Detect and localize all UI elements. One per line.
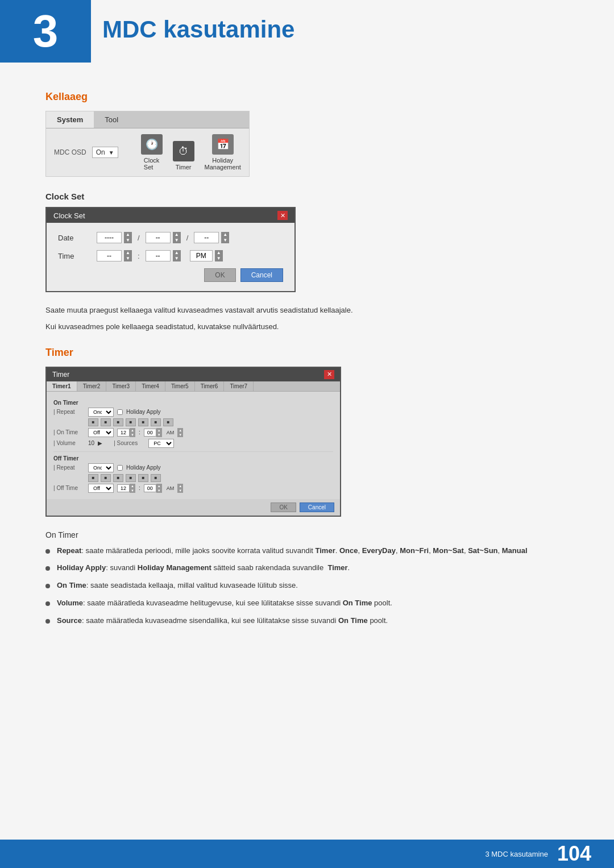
on-time-select[interactable]: Off On [88, 428, 114, 437]
date-day-down[interactable]: ▼ [221, 238, 229, 243]
time-ampm-field[interactable]: ▲ ▼ [190, 250, 223, 261]
day-mon-box[interactable]: ■ [88, 418, 98, 426]
time-sep: : [138, 252, 140, 260]
time-minute-field[interactable]: ▲ ▼ [146, 250, 181, 261]
tab-system[interactable]: System [46, 111, 94, 128]
date-day-input[interactable] [194, 232, 219, 243]
date-year-input[interactable] [97, 232, 122, 243]
off-timer-holiday-checkbox[interactable] [117, 465, 123, 471]
on-timer-repeat-select[interactable]: Once EveryDay Mon~Fri Mon~Sat Sat~Sun Ma… [88, 408, 114, 417]
clock-ok-button[interactable]: OK [204, 268, 235, 282]
off-time-hour-input[interactable] [117, 484, 130, 492]
time-minute-spinner[interactable]: ▲ ▼ [173, 250, 181, 261]
off-time-minute-spinner[interactable]: ▲ ▼ [144, 484, 162, 493]
on-time-hour-spinner[interactable]: ▲ ▼ [117, 428, 135, 437]
date-field-1[interactable]: ▲ ▼ [97, 232, 132, 243]
time-hour-up[interactable]: ▲ [124, 250, 132, 256]
on-time-ampm-down[interactable]: ▼ [177, 433, 183, 437]
sources-select[interactable]: PC HDMI DVI [148, 439, 174, 448]
off-time-hour-spinner[interactable]: ▲ ▼ [117, 484, 135, 493]
holiday-icon-item[interactable]: 📅 HolidayManagement [205, 134, 241, 171]
time-minute-up[interactable]: ▲ [173, 250, 181, 256]
date-row: Date ▲ ▼ / ▲ ▼ / [58, 232, 283, 243]
clock-set-icon-item[interactable]: 🕐 ClockSet [141, 134, 163, 171]
date-month-spinner[interactable]: ▲ ▼ [173, 232, 181, 243]
timer-tab-1[interactable]: Timer1 [47, 381, 77, 391]
on-timer-day-checkboxes[interactable]: ■ ■ ■ ■ ■ ■ ■ [88, 418, 173, 426]
off-time-minute-arrows[interactable]: ▲ ▼ [156, 484, 162, 493]
time-ampm-down[interactable]: ▼ [215, 256, 223, 261]
date-year-up[interactable]: ▲ [124, 232, 132, 238]
clock-dialog-close-button[interactable]: ✕ [277, 211, 288, 220]
on-time-hour-down[interactable]: ▼ [130, 433, 135, 437]
off-day-thu-box[interactable]: ■ [126, 474, 136, 482]
on-time-minute-input[interactable] [144, 429, 156, 437]
tab-tool[interactable]: Tool [94, 111, 129, 128]
date-day-up[interactable]: ▲ [221, 232, 229, 238]
timer-tab-4[interactable]: Timer4 [136, 381, 165, 391]
date-month-input[interactable] [146, 232, 171, 243]
off-day-sat-box[interactable]: ■ [151, 474, 161, 482]
timer-tab-2[interactable]: Timer2 [77, 381, 107, 391]
mdc-osd-select[interactable]: On ▼ [92, 147, 118, 158]
time-hour-field[interactable]: ▲ ▼ [97, 250, 132, 261]
day-sat-box[interactable]: ■ [151, 418, 161, 426]
off-day-tue-box[interactable]: ■ [101, 474, 111, 482]
on-time-minute-arrows[interactable]: ▲ ▼ [156, 428, 162, 437]
on-time-ampm-arrows[interactable]: ▲ ▼ [177, 428, 183, 437]
off-day-fri-box[interactable]: ■ [138, 474, 148, 482]
day-thu-box[interactable]: ■ [126, 418, 136, 426]
off-time-ampm-arrows[interactable]: ▲ ▼ [177, 484, 183, 493]
date-month-up[interactable]: ▲ [173, 232, 181, 238]
on-time-hour-up[interactable]: ▲ [130, 428, 135, 433]
day-tue-box[interactable]: ■ [101, 418, 111, 426]
time-minute-input[interactable] [146, 250, 171, 261]
on-timer-holiday-checkbox[interactable] [117, 409, 123, 415]
on-time-hour-input[interactable] [117, 429, 130, 437]
timer-ok-button[interactable]: OK [271, 502, 296, 512]
off-time-ampm-up[interactable]: ▲ [177, 484, 183, 488]
off-timer-days-row: ■ ■ ■ ■ ■ ■ [53, 474, 333, 482]
off-time-ampm-down[interactable]: ▼ [177, 488, 183, 493]
time-hour-input[interactable] [97, 250, 122, 261]
date-day-spinner[interactable]: ▲ ▼ [221, 232, 229, 243]
time-ampm-input[interactable] [190, 250, 213, 261]
off-time-hour-arrows[interactable]: ▲ ▼ [130, 484, 135, 493]
off-timer-repeat-select[interactable]: Once EveryDay [88, 463, 114, 472]
timer-tab-5[interactable]: Timer5 [165, 381, 195, 391]
off-timer-day-checkboxes[interactable]: ■ ■ ■ ■ ■ ■ [88, 474, 161, 482]
on-time-ampm-up[interactable]: ▲ [177, 428, 183, 433]
date-month-down[interactable]: ▼ [173, 238, 181, 243]
off-day-mon-box[interactable]: ■ [88, 474, 98, 482]
clock-cancel-button[interactable]: Cancel [240, 268, 283, 282]
date-year-spinner[interactable]: ▲ ▼ [124, 232, 132, 243]
on-time-minute-up[interactable]: ▲ [156, 428, 162, 433]
off-time-hour-up[interactable]: ▲ [130, 484, 135, 488]
timer-icon-item[interactable]: ⏱ Timer [173, 141, 194, 171]
off-time-minute-input[interactable] [144, 484, 156, 492]
off-time-minute-up[interactable]: ▲ [156, 484, 162, 488]
date-year-down[interactable]: ▼ [124, 238, 132, 243]
date-field-3[interactable]: ▲ ▼ [194, 232, 229, 243]
timer-close-button[interactable]: ✕ [324, 370, 334, 379]
timer-cancel-button[interactable]: Cancel [300, 502, 334, 512]
on-time-hour-arrows[interactable]: ▲ ▼ [130, 428, 135, 437]
off-time-hour-down[interactable]: ▼ [130, 488, 135, 493]
off-time-select[interactable]: Off On [88, 484, 114, 493]
day-wed-box[interactable]: ■ [113, 418, 123, 426]
timer-tab-3[interactable]: Timer3 [106, 381, 136, 391]
day-sun-box[interactable]: ■ [163, 418, 173, 426]
timer-tab-7[interactable]: Timer7 [224, 381, 254, 391]
time-hour-down[interactable]: ▼ [124, 256, 132, 261]
time-minute-down[interactable]: ▼ [173, 256, 181, 261]
day-fri-box[interactable]: ■ [138, 418, 148, 426]
time-hour-spinner[interactable]: ▲ ▼ [124, 250, 132, 261]
time-ampm-up[interactable]: ▲ [215, 250, 223, 256]
off-day-wed-box[interactable]: ■ [113, 474, 123, 482]
timer-tab-6[interactable]: Timer6 [195, 381, 225, 391]
on-time-minute-spinner[interactable]: ▲ ▼ [144, 428, 162, 437]
on-time-minute-down[interactable]: ▼ [156, 433, 162, 437]
date-field-2[interactable]: ▲ ▼ [146, 232, 181, 243]
off-time-minute-down[interactable]: ▼ [156, 488, 162, 493]
time-ampm-spinner[interactable]: ▲ ▼ [215, 250, 223, 261]
